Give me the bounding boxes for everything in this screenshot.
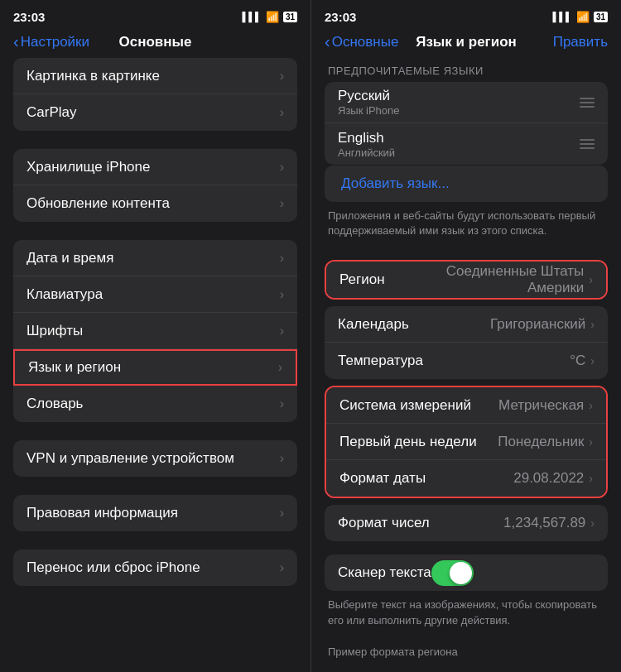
toggle-knob <box>450 562 472 584</box>
left-back-chevron-icon: ‹ <box>13 32 19 51</box>
item-label: Язык и регион <box>28 359 278 376</box>
preferred-languages-header: ПРЕДПОЧИТАЕМЫЕ ЯЗЫКИ <box>325 58 608 82</box>
left-group-1: Картинка в картинке › CarPlay › <box>13 58 297 131</box>
right-status-time: 23:03 <box>325 10 356 24</box>
item-label: Перенос или сброс iPhone <box>26 559 280 576</box>
right-signal-icon: ▌▌▌ <box>552 12 571 22</box>
left-group-4: VPN и управление устройством › <box>13 440 297 477</box>
list-item[interactable]: Картинка в картинке › <box>13 58 297 94</box>
region-group: Регион Соединенные Штаты Америки › <box>325 260 608 300</box>
languages-group: Русский Язык iPhone English Английский <box>325 82 608 165</box>
left-status-bar: 23:03 ▌▌▌ 📶 31 <box>0 0 310 30</box>
left-status-icons: ▌▌▌ 📶 31 <box>242 11 297 23</box>
first-day-label: Первый день недели <box>339 434 477 450</box>
left-battery-icon: 31 <box>283 12 297 22</box>
language-region-item[interactable]: Язык и регион › <box>13 349 297 386</box>
right-nav-back[interactable]: ‹ Основные <box>325 33 398 51</box>
right-back-label[interactable]: Основные <box>332 34 399 50</box>
measures-group: Система измерений Метрическая › Первый д… <box>325 386 608 498</box>
list-item[interactable]: Шрифты › <box>13 313 297 349</box>
language-russian-item[interactable]: Русский Язык iPhone <box>325 82 608 123</box>
chevron-right-icon: › <box>589 472 593 485</box>
language-english-text: English Английский <box>338 130 580 159</box>
right-wifi-icon: 📶 <box>576 11 590 23</box>
chevron-right-icon: › <box>280 196 284 211</box>
list-item[interactable]: Правовая информация › <box>13 495 297 531</box>
chevron-right-icon: › <box>280 506 284 521</box>
measures-item[interactable]: Система измерений Метрическая › <box>326 387 606 424</box>
right-status-icons: ▌▌▌ 📶 31 <box>552 11 608 23</box>
list-item[interactable]: Дата и время › <box>13 240 297 276</box>
left-back-label[interactable]: Настройки <box>21 34 89 50</box>
list-item[interactable]: Хранилище iPhone › <box>13 149 297 185</box>
calendar-group: Календарь Григорианский › Температура °C… <box>325 306 608 379</box>
left-group-5: Правовая информация › <box>13 495 297 531</box>
right-nav-title: Язык и регион <box>416 34 517 50</box>
chevron-right-icon: › <box>590 354 595 367</box>
left-group-3: Дата и время › Клавиатура › Шрифты › Язы… <box>13 240 297 422</box>
chevron-right-icon: › <box>590 318 595 331</box>
region-value: Соединенные Штаты Америки <box>414 263 584 296</box>
language-russian-subtitle: Язык iPhone <box>338 104 580 117</box>
number-group: Формат чисел 1,234,567.89 › <box>325 505 608 541</box>
region-item[interactable]: Регион Соединенные Штаты Америки › <box>326 262 606 298</box>
chevron-right-icon: › <box>280 69 284 84</box>
number-format-item[interactable]: Формат чисел 1,234,567.89 › <box>325 505 608 541</box>
left-nav-bar: ‹ Настройки Основные <box>0 30 310 58</box>
calendar-item[interactable]: Календарь Григорианский › <box>325 306 608 343</box>
item-label: VPN и управление устройством <box>26 450 280 467</box>
item-label: Клавиатура <box>26 286 280 303</box>
chevron-right-icon: › <box>589 273 593 286</box>
chevron-right-icon: › <box>280 251 284 266</box>
item-label: Правовая информация <box>26 505 280 521</box>
list-item[interactable]: Обновление контента › <box>13 185 297 222</box>
scanner-note: Выберите текст на изображениях, чтобы ск… <box>325 591 608 631</box>
chevron-right-icon: › <box>280 560 284 575</box>
first-day-item[interactable]: Первый день недели Понедельник › <box>326 424 606 460</box>
item-label: Словарь <box>26 396 280 412</box>
chevron-right-icon: › <box>280 287 284 302</box>
first-day-value: Понедельник <box>477 434 585 450</box>
measures-value: Метрическая <box>471 397 584 414</box>
temperature-value: °C <box>423 353 585 369</box>
chevron-right-icon: › <box>589 435 593 449</box>
language-russian-name: Русский <box>338 88 580 104</box>
left-group-6: Перенос или сброс iPhone › <box>13 550 297 586</box>
add-language-label[interactable]: Добавить язык... <box>338 172 453 195</box>
left-content: Картинка в картинке › CarPlay › Хранилищ… <box>0 58 310 672</box>
add-language-item[interactable]: Добавить язык... <box>325 166 608 202</box>
right-nav-bar: ‹ Основные Язык и регион Править <box>311 30 621 58</box>
right-content: ПРЕДПОЧИТАЕМЫЕ ЯЗЫКИ Русский Язык iPhone… <box>311 58 621 672</box>
item-label: Шрифты <box>26 323 280 339</box>
chevron-right-icon: › <box>280 396 284 411</box>
list-item[interactable]: Перенос или сброс iPhone › <box>13 550 297 586</box>
language-english-item[interactable]: English Английский <box>325 123 608 165</box>
right-back-chevron-icon: ‹ <box>325 32 330 51</box>
region-label: Регион <box>339 271 414 288</box>
chevron-right-icon: › <box>280 105 284 120</box>
right-nav-action[interactable]: Править <box>553 34 608 50</box>
left-group-2: Хранилище iPhone › Обновление контента › <box>13 149 297 222</box>
scanner-toggle[interactable] <box>431 560 474 586</box>
chevron-right-icon: › <box>280 324 284 338</box>
date-format-value: 29.08.2022 <box>426 470 584 487</box>
calendar-value: Григорианский <box>412 316 585 333</box>
item-label: Картинка в картинке <box>26 68 280 84</box>
chevron-right-icon: › <box>280 451 284 466</box>
temperature-label: Температура <box>338 353 423 369</box>
left-status-time: 23:03 <box>13 10 45 24</box>
right-panel: 23:03 ▌▌▌ 📶 31 ‹ Основные Язык и регион … <box>310 0 621 672</box>
left-nav-back[interactable]: ‹ Настройки <box>13 33 89 51</box>
temperature-item[interactable]: Температура °C › <box>325 343 608 379</box>
list-item[interactable]: CarPlay › <box>13 94 297 131</box>
date-format-item[interactable]: Формат даты 29.08.2022 › <box>326 460 606 497</box>
number-format-label: Формат чисел <box>338 515 430 531</box>
left-signal-icon: ▌▌▌ <box>242 12 261 22</box>
list-item[interactable]: VPN и управление устройством › <box>13 440 297 477</box>
right-battery-icon: 31 <box>594 12 608 22</box>
item-label: Обновление контента <box>26 195 280 212</box>
list-item[interactable]: Словарь › <box>13 386 297 422</box>
list-item[interactable]: Клавиатура › <box>13 276 297 313</box>
scanner-item[interactable]: Сканер текста <box>325 554 608 591</box>
chevron-right-icon: › <box>589 399 593 412</box>
